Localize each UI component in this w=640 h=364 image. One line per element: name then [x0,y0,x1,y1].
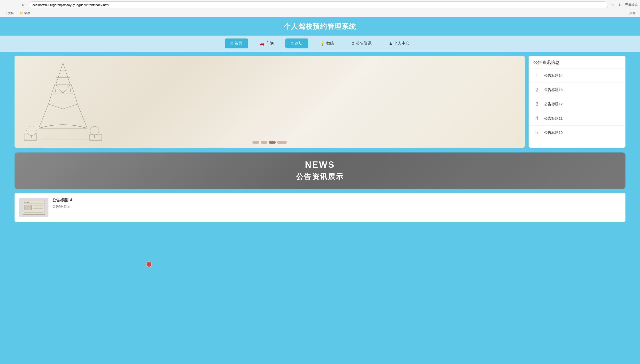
svg-line-1 [63,63,70,85]
nav-home[interactable]: □ 首页 [225,38,248,48]
svg-line-19 [49,104,63,109]
bookmark-item-changyong[interactable]: 📁 常用 [19,11,31,16]
nav-forum-label: 论坛 [295,41,302,46]
carousel-dot-3[interactable] [269,141,276,144]
hero-image [15,56,525,148]
vehicle-icon: 🚗 [260,41,264,46]
bookmarks-bar: 📄 资料 📁 常用 其他... [0,10,640,17]
announcement-text-2: 公告标题13 [544,88,563,92]
news-detail: 公告详情14 [52,205,621,209]
news-chinese-label: 公告资讯展示 [22,172,618,182]
nav-bar: □ 首页 🚗 车辆 □ 论坛 💡 教练 ⊙ 公告资讯 ♟ 个人中心 [0,36,640,52]
nav-forum[interactable]: □ 论坛 [285,38,308,48]
announcement-num-5: 5 [533,130,540,136]
svg-rect-26 [90,134,102,140]
announcement-item-5[interactable]: 5 公告标题10 [529,126,625,140]
announcement-item-1[interactable]: 1 公告标题14 [529,68,625,83]
site-title: 个人驾校预约管理系统 [0,22,640,31]
announcement-item-3[interactable]: 3 公告标题12 [529,97,625,111]
svg-line-8 [70,85,72,92]
bookmark-label: 常用 [24,11,30,15]
bookmark-star-icon[interactable]: ☆ [610,2,615,8]
nav-news[interactable]: ⊙ 公告资讯 [346,38,377,48]
nav-vehicle-label: 车辆 [266,41,274,46]
svg-line-18 [63,85,70,93]
announcement-text-3: 公告标题12 [544,102,563,106]
svg-point-21 [27,126,36,136]
carousel-dot-2[interactable] [261,141,267,144]
news-title: 公告标题14 [52,198,621,203]
carousel-dot-1[interactable] [252,141,259,144]
nav-vehicle[interactable]: 🚗 车辆 [254,38,279,48]
page-header: 个人驾校预约管理系统 [0,17,640,36]
bookmark-label: 资料 [8,11,14,15]
announcement-text-1: 公告标题14 [544,73,563,78]
svg-line-7 [55,85,56,92]
address-bar[interactable] [29,2,608,8]
forward-button[interactable]: → [11,2,18,8]
svg-rect-30 [24,205,32,210]
svg-line-3 [72,85,78,104]
bookmark-icon: 📄 [4,12,7,15]
nav-coach-label: 教练 [326,41,334,46]
news-banner: NEWS 公告资讯展示 [15,152,625,189]
coach-icon: 💡 [320,41,325,46]
svg-line-0 [56,63,63,85]
svg-point-22 [90,126,99,135]
svg-line-17 [56,85,63,93]
forum-icon: □ [291,42,293,46]
refresh-button[interactable]: ↻ [20,2,27,8]
mode-label: 无痕模式 [625,3,637,7]
download-icon[interactable]: ⬇ [617,2,622,8]
announcement-sidebar: 公告资讯信息 1 公告标题14 2 公告标题13 3 公告标题12 4 公告标题… [529,56,625,148]
nav-profile-label: 个人中心 [394,41,409,46]
browser-chrome: ← → ↻ ☆ ⬇ 无痕模式 📄 资料 📁 常用 其他... [0,0,640,17]
home-icon: □ [231,42,233,46]
browser-toolbar: ← → ↻ ☆ ⬇ 无痕模式 [0,0,640,10]
carousel-dots [252,141,287,144]
bookmark-folder-icon: 📁 [20,12,23,15]
cursor [146,262,152,267]
announcement-text-4: 公告标题11 [544,116,563,121]
svg-line-2 [49,85,55,104]
news-items-container: NEWS 公告标题14 公告详情14 [15,193,625,222]
news-english-label: NEWS [22,160,618,170]
hero-section [15,56,525,148]
news-icon: ⊙ [352,41,355,46]
profile-icon: ♟ [389,41,392,46]
other-bookmarks-label[interactable]: 其他... [629,11,637,15]
announcement-num-2: 2 [533,87,540,93]
announcement-item-4[interactable]: 4 公告标题11 [529,111,625,126]
news-thumbnail: NEWS [19,198,49,217]
announcement-sidebar-title: 公告资讯信息 [529,56,625,68]
back-button[interactable]: ← [3,2,9,8]
nav-home-label: 首页 [234,41,242,46]
svg-line-4 [39,104,49,128]
svg-text:NEWS: NEWS [24,201,30,203]
svg-line-20 [63,104,78,109]
main-content: 公告资讯信息 1 公告标题14 2 公告标题13 3 公告标题12 4 公告标题… [0,52,640,152]
carousel-dot-4[interactable] [277,141,287,144]
announcement-num-1: 1 [533,72,540,79]
announcement-text-5: 公告标题10 [544,130,563,135]
nav-news-label: 公告资讯 [356,41,372,46]
announcement-item-2[interactable]: 2 公告标题13 [529,83,625,97]
news-section: NEWS 公告资讯展示 NEWS 公告标题14 公告详情14 [15,152,625,222]
nav-profile[interactable]: ♟ 个人中心 [383,38,415,48]
announcement-num-3: 3 [533,101,540,107]
eiffel-tower-illustration [24,60,102,143]
news-content: 公告标题14 公告详情14 [52,198,621,209]
newspaper-icon: NEWS [22,199,46,216]
announcement-num-4: 4 [533,115,540,122]
nav-coach[interactable]: 💡 教练 [314,38,340,48]
svg-line-5 [78,104,87,128]
bookmark-item-ziliao[interactable]: 📄 资料 [3,11,15,16]
